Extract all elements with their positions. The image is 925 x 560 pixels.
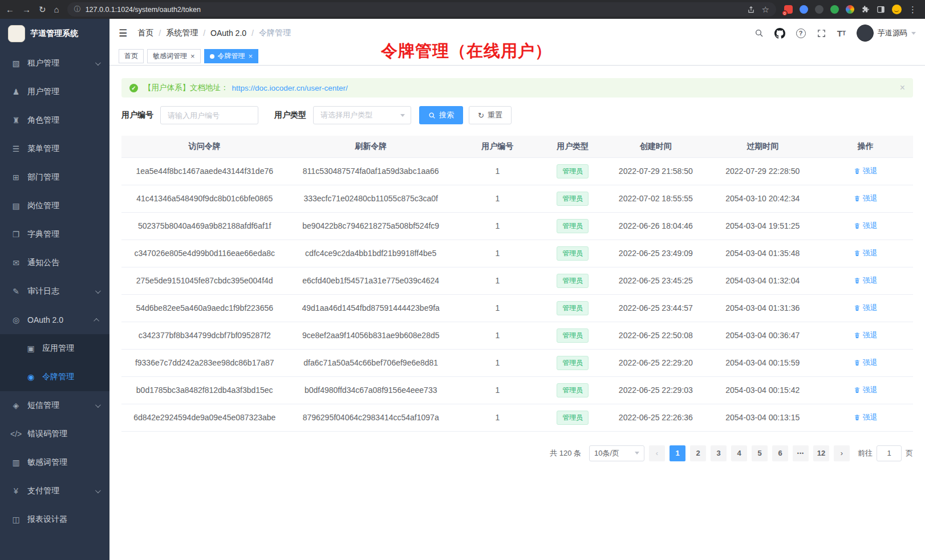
page-size-select[interactable]: 10条/页 bbox=[589, 445, 644, 461]
pagination-ellipsis[interactable]: ••• bbox=[793, 445, 809, 461]
active-tab-dot bbox=[210, 54, 214, 59]
token-table-body: 1ea5e44f8bc1467aaede43144f31de76 811c530… bbox=[121, 157, 913, 431]
forward-icon[interactable]: → bbox=[22, 5, 31, 14]
sidebar-item-notice-management[interactable]: ✉通知公告 bbox=[0, 249, 109, 277]
force-logout-button[interactable]: 强退 bbox=[854, 275, 878, 286]
sidebar-item-oauth2[interactable]: ◎OAuth 2.0 bbox=[0, 306, 109, 334]
close-icon[interactable]: × bbox=[249, 52, 253, 60]
user-id-cell: 1 bbox=[454, 185, 541, 212]
alert-text: 【用户体系】文档地址： bbox=[144, 83, 229, 93]
pagination-page-6[interactable]: 6 bbox=[772, 445, 788, 461]
delete-icon bbox=[854, 168, 861, 175]
home-icon[interactable]: ⌂ bbox=[54, 5, 59, 14]
reset-button[interactable]: ↻ 重置 bbox=[469, 106, 512, 124]
force-logout-button[interactable]: 强退 bbox=[854, 221, 878, 231]
extension-red-icon[interactable]: 0 bbox=[784, 5, 793, 14]
browser-profile-avatar[interactable] bbox=[892, 5, 902, 14]
user-id-cell: 1 bbox=[454, 157, 541, 185]
tab-home[interactable]: 首页 bbox=[119, 49, 144, 63]
tab-sensitive-word-management[interactable]: 敏感词管理 × bbox=[147, 49, 201, 63]
force-logout-button[interactable]: 强退 bbox=[854, 303, 878, 313]
sidebar-item-dept-management[interactable]: ⊞部门管理 bbox=[0, 163, 109, 192]
sidebar-item-sensitive-word-management[interactable]: ▥敏感词管理 bbox=[0, 448, 109, 477]
sidebar-item-oauth2-token-management[interactable]: ◉令牌管理 bbox=[0, 363, 109, 391]
pagination-next-button[interactable]: › bbox=[834, 445, 850, 461]
breadcrumb-current: 令牌管理 bbox=[259, 28, 291, 38]
sidebar-item-audit-log[interactable]: ✎审计日志 bbox=[0, 277, 109, 306]
sidebar-item-dict-management[interactable]: ❐字典管理 bbox=[0, 220, 109, 249]
search-button[interactable]: 搜索 bbox=[419, 106, 463, 124]
browser-menu-icon[interactable]: ⋮ bbox=[908, 5, 917, 14]
sidebar-item-user-management[interactable]: ♟用户管理 bbox=[0, 78, 109, 106]
pagination-page-5[interactable]: 5 bbox=[752, 445, 768, 461]
close-icon[interactable]: × bbox=[190, 52, 195, 60]
force-logout-button[interactable]: 强退 bbox=[854, 385, 878, 395]
create-time-cell: 2022-06-25 22:29:03 bbox=[605, 376, 707, 404]
sidebar-item-error-code-management[interactable]: </>错误码管理 bbox=[0, 420, 109, 448]
share-icon[interactable] bbox=[747, 6, 755, 14]
side-panel-icon[interactable] bbox=[877, 5, 885, 14]
extension-colorful-icon[interactable] bbox=[846, 5, 854, 14]
sidebar-item-role-management[interactable]: ♜角色管理 bbox=[0, 106, 109, 135]
breadcrumb-oauth2[interactable]: OAuth 2.0 bbox=[210, 29, 246, 38]
force-logout-label: 强退 bbox=[863, 193, 878, 204]
force-logout-button[interactable]: 强退 bbox=[854, 330, 878, 340]
site-info-icon[interactable]: ⓘ bbox=[74, 5, 81, 14]
sidebar-item-post-management[interactable]: ▤岗位管理 bbox=[0, 192, 109, 220]
table-row: 6d842e2924594de9a09e45e087323abe 8796295… bbox=[121, 404, 913, 431]
column-access-token: 访问令牌 bbox=[121, 136, 287, 157]
breadcrumb-home[interactable]: 首页 bbox=[137, 28, 153, 38]
user-id-input[interactable] bbox=[160, 106, 258, 124]
sidebar-item-sms-management[interactable]: ◈短信管理 bbox=[0, 391, 109, 420]
fullscreen-icon[interactable] bbox=[817, 29, 826, 38]
sms-management-icon: ◈ bbox=[10, 401, 22, 410]
extension-dark-icon[interactable] bbox=[815, 5, 823, 14]
force-logout-button[interactable]: 强退 bbox=[854, 412, 878, 423]
sidebar-item-label: 报表设计器 bbox=[27, 514, 99, 525]
app-logo[interactable]: 芋道管理系统 bbox=[0, 19, 109, 48]
refresh-icon[interactable]: ↻ bbox=[39, 5, 46, 14]
force-logout-button[interactable]: 强退 bbox=[854, 166, 878, 176]
sidebar-item-oauth2-app-management[interactable]: ▣应用管理 bbox=[0, 334, 109, 363]
extension-blue-icon[interactable] bbox=[800, 5, 808, 14]
back-icon[interactable]: ← bbox=[6, 5, 14, 14]
pagination-prev-button[interactable]: ‹ bbox=[649, 445, 665, 461]
bookmark-star-icon[interactable]: ☆ bbox=[762, 5, 769, 14]
sidebar: 芋道管理系统 ▧租户管理♟用户管理♜角色管理☰菜单管理⊞部门管理▤岗位管理❐字典… bbox=[0, 19, 109, 560]
doc-link[interactable]: https://doc.iocoder.cn/user-center/ bbox=[232, 84, 348, 92]
help-icon[interactable]: ? bbox=[796, 29, 806, 38]
alert-close-icon[interactable]: × bbox=[900, 83, 905, 93]
sidebar-item-menu-management[interactable]: ☰菜单管理 bbox=[0, 135, 109, 163]
chevron-down-icon bbox=[911, 32, 916, 35]
pagination-page-3[interactable]: 3 bbox=[711, 445, 727, 461]
sidebar-item-tenant-management[interactable]: ▧租户管理 bbox=[0, 49, 109, 78]
url-bar[interactable]: ⓘ 127.0.0.1:1024/system/oauth2/token ☆ bbox=[67, 2, 776, 17]
extension-green-icon[interactable] bbox=[830, 5, 839, 14]
user-type-cell: 管理员 bbox=[541, 157, 605, 185]
sidebar-item-report-designer[interactable]: ◫报表设计器 bbox=[0, 505, 109, 534]
puzzle-extensions-icon[interactable] bbox=[861, 5, 870, 14]
filter-bar: 用户编号 用户类型 请选择用户类型 搜索 ↻ 重置 bbox=[121, 106, 913, 124]
pagination-page-4[interactable]: 4 bbox=[731, 445, 747, 461]
force-logout-button[interactable]: 强退 bbox=[854, 358, 878, 368]
delete-icon bbox=[854, 305, 861, 311]
tab-token-management[interactable]: 令牌管理 × bbox=[204, 49, 259, 63]
breadcrumb-system[interactable]: 系统管理 bbox=[166, 28, 198, 38]
github-icon[interactable] bbox=[774, 28, 785, 39]
search-icon[interactable] bbox=[754, 29, 764, 38]
force-logout-button[interactable]: 强退 bbox=[854, 248, 878, 258]
user-type-select[interactable]: 请选择用户类型 bbox=[313, 106, 411, 124]
force-logout-button[interactable]: 强退 bbox=[854, 193, 878, 204]
pagination-page-1[interactable]: 1 bbox=[670, 445, 685, 461]
goto-page-input[interactable] bbox=[877, 445, 902, 461]
user-menu[interactable]: 芋道源码 bbox=[857, 25, 916, 42]
sidebar-item-payment-management[interactable]: ¥支付管理 bbox=[0, 477, 109, 505]
pagination-page-2[interactable]: 2 bbox=[690, 445, 706, 461]
force-logout-label: 强退 bbox=[863, 358, 878, 368]
access-token-cell: 54d6be82ee5a460a9aedc1f9bf223656 bbox=[121, 294, 287, 322]
sidebar-toggle-icon[interactable]: ☰ bbox=[119, 27, 127, 39]
annotation-text: 令牌管理（在线用户） bbox=[381, 40, 552, 63]
error-code-management-icon: </> bbox=[10, 429, 22, 439]
font-size-icon[interactable]: TT bbox=[837, 29, 846, 38]
pagination-page-12[interactable]: 12 bbox=[813, 445, 829, 461]
